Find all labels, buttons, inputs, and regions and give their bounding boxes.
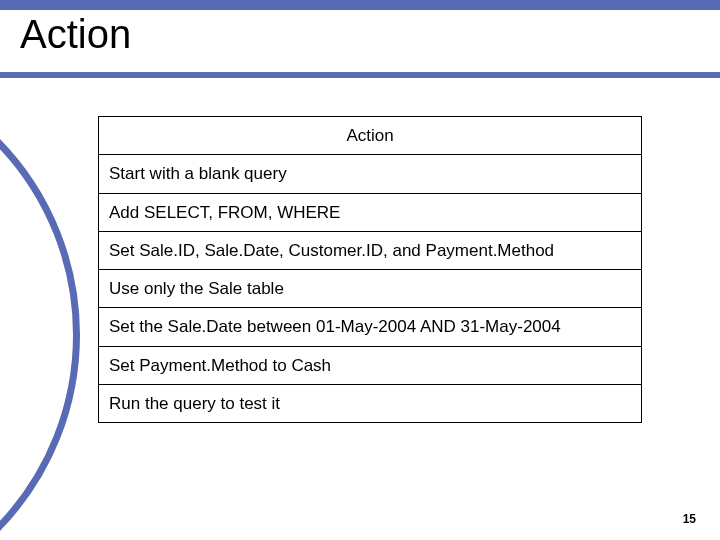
action-table: Action Start with a blank query Add SELE… [98,116,642,423]
top-accent-bar [0,0,720,10]
table-row: Set Payment.Method to Cash [99,346,642,384]
table-row: Start with a blank query [99,155,642,193]
table-cell: Add SELECT, FROM, WHERE [99,193,642,231]
accent-arc [0,55,80,540]
table-cell: Set Sale.ID, Sale.Date, Customer.ID, and… [99,231,642,269]
title-underline [0,72,720,78]
slide: Action Action Start with a blank query A… [0,0,720,540]
table-cell: Run the query to test it [99,384,642,422]
table-row: Set the Sale.Date between 01-May-2004 AN… [99,308,642,346]
table-row: Set Sale.ID, Sale.Date, Customer.ID, and… [99,231,642,269]
table-header: Action [99,117,642,155]
table-cell: Set Payment.Method to Cash [99,346,642,384]
page-title: Action [20,12,131,57]
page-number: 15 [683,512,696,526]
table-cell: Use only the Sale table [99,270,642,308]
table-row: Add SELECT, FROM, WHERE [99,193,642,231]
table-cell: Start with a blank query [99,155,642,193]
table-row: Use only the Sale table [99,270,642,308]
table-cell: Set the Sale.Date between 01-May-2004 AN… [99,308,642,346]
table-row: Run the query to test it [99,384,642,422]
